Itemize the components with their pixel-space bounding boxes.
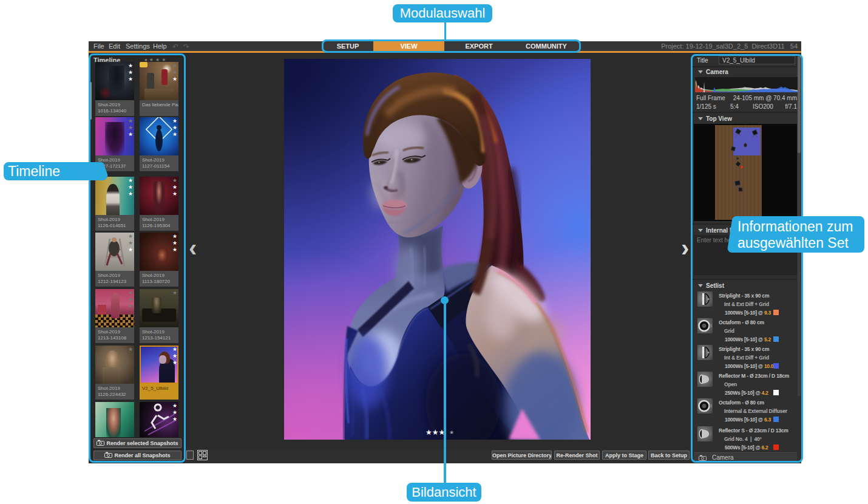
svg-text:★: ★ — [449, 429, 454, 435]
svg-text:★★★: ★★★ — [426, 428, 445, 437]
svg-text:Timeline: Timeline — [8, 163, 60, 179]
